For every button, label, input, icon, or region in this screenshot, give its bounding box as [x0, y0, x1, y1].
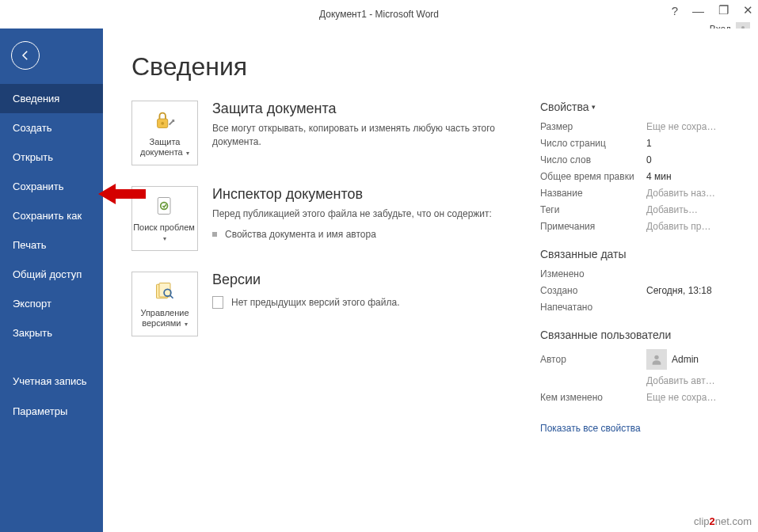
prop-tags-label: Теги	[540, 204, 646, 215]
properties-dropdown[interactable]: Свойства ▾	[540, 101, 729, 113]
show-all-properties-link[interactable]: Показать все свойства	[540, 423, 641, 434]
back-button[interactable]	[11, 41, 40, 70]
prop-edit-label: Общее время правки	[540, 171, 646, 182]
nav-export[interactable]: Экспорт	[0, 289, 103, 318]
nav-open[interactable]: Открыть	[0, 142, 103, 172]
nav-save-as[interactable]: Сохранить как	[0, 201, 103, 230]
minimize-icon[interactable]: —	[692, 4, 704, 17]
nav-new[interactable]: Создать	[0, 113, 103, 142]
nav-share[interactable]: Общий доступ	[0, 260, 103, 289]
author-label: Автор	[540, 354, 646, 365]
changed-by-label: Кем изменено	[540, 392, 646, 403]
nav-account[interactable]: Учетная запись	[0, 367, 103, 397]
prop-created-label: Создано	[540, 285, 646, 296]
close-icon[interactable]: ✕	[743, 3, 753, 17]
chevron-down-icon: ▾	[185, 150, 189, 157]
prop-modified-label: Изменено	[540, 268, 646, 279]
protect-text: Все могут открывать, копировать и изменя…	[212, 122, 497, 149]
manage-versions-button[interactable]: Управление версиями ▾	[131, 272, 198, 336]
lock-key-icon	[153, 108, 177, 132]
prop-words-label: Число слов	[540, 154, 646, 165]
nav-print[interactable]: Печать	[0, 230, 103, 260]
inspect-bullet: Свойства документа и имя автора	[225, 229, 376, 240]
protect-heading: Защита документа	[212, 101, 497, 117]
svg-point-8	[654, 355, 658, 359]
bullet-icon	[212, 232, 217, 237]
red-arrow-annotation	[98, 182, 146, 206]
author-avatar-icon	[646, 349, 667, 370]
prop-title-value[interactable]: Добавить наз…	[646, 188, 715, 199]
prop-title-label: Название	[540, 188, 646, 199]
nav-options[interactable]: Параметры	[0, 397, 103, 426]
versions-text: Нет предыдущих версий этого файла.	[231, 297, 400, 308]
nav-save[interactable]: Сохранить	[0, 172, 103, 201]
changed-by-value: Еще не сохра…	[646, 392, 716, 403]
author-name[interactable]: Admin	[672, 354, 699, 365]
page-title: Сведения	[131, 52, 729, 82]
document-icon	[212, 296, 223, 309]
related-dates-header: Связанные даты	[540, 248, 729, 260]
svg-marker-9	[98, 184, 146, 204]
help-icon[interactable]: ?	[672, 4, 678, 17]
prop-words-value: 0	[646, 154, 652, 165]
inspect-icon	[153, 194, 177, 218]
chevron-down-icon: ▾	[183, 321, 188, 328]
related-people-header: Связанные пользователи	[540, 329, 729, 341]
svg-rect-3	[158, 197, 170, 214]
chevron-down-icon: ▾	[592, 103, 596, 111]
prop-created-value: Сегодня, 13:18	[646, 285, 712, 296]
add-author[interactable]: Добавить авт…	[646, 375, 715, 386]
versions-icon	[153, 279, 177, 303]
chevron-down-icon: ▾	[163, 235, 166, 242]
watermark: clip2net.com	[694, 515, 752, 527]
prop-notes-label: Примечания	[540, 221, 646, 232]
prop-pages-label: Число страниц	[540, 138, 646, 149]
prop-size-value: Еще не сохра…	[646, 121, 716, 132]
window-title: Документ1 - Microsoft Word	[319, 9, 439, 20]
prop-printed-label: Напечатано	[540, 302, 646, 313]
backstage-sidebar: Сведения Создать Открыть Сохранить Сохра…	[0, 28, 103, 532]
prop-edit-value: 4 мин	[646, 171, 672, 182]
restore-icon[interactable]: ❐	[718, 3, 729, 17]
nav-info[interactable]: Сведения	[0, 84, 103, 113]
nav-close[interactable]: Закрыть	[0, 318, 103, 348]
svg-point-2	[161, 122, 164, 125]
protect-document-button[interactable]: Защита документа ▾	[131, 101, 198, 165]
inspect-heading: Инспектор документов	[212, 186, 492, 203]
prop-size-label: Размер	[540, 121, 646, 132]
prop-tags-value[interactable]: Добавить…	[646, 204, 698, 215]
prop-notes-value[interactable]: Добавить пр…	[646, 221, 711, 232]
versions-heading: Версии	[212, 272, 400, 288]
inspect-text: Перед публикацией этого файла не забудьт…	[212, 207, 492, 221]
prop-pages-value: 1	[646, 138, 652, 149]
